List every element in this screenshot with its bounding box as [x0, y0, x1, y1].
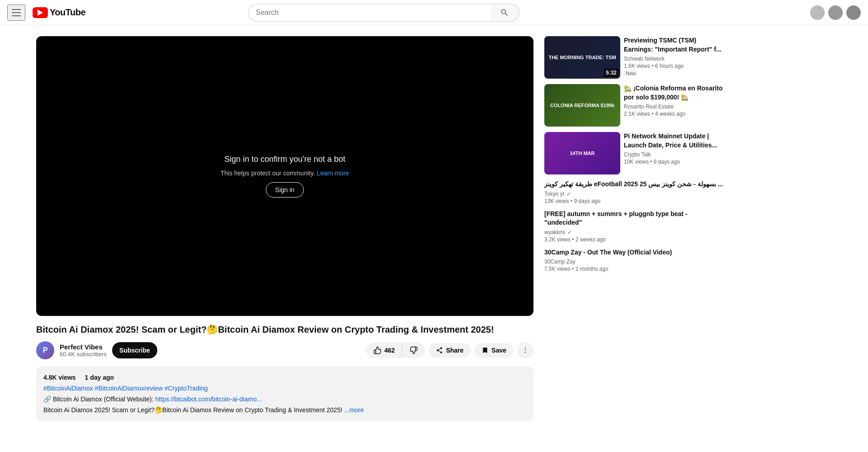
action-buttons: 462 Share Save: [366, 342, 533, 358]
like-dislike-group: 462: [366, 343, 425, 358]
dislike-button[interactable]: [402, 343, 425, 358]
svg-point-2: [525, 352, 526, 353]
share-label: Share: [446, 347, 463, 354]
share-button[interactable]: Share: [429, 343, 471, 358]
sidebar-info-30camp: 30Camp Zay - Out The Way (Official Video…: [544, 248, 725, 273]
sign-in-title: Sign in to confirm you're not a bot: [224, 155, 345, 164]
sidebar-channel-rosarito: Rosarito Real Estate: [624, 104, 725, 110]
search-form: [248, 4, 519, 22]
post-date: 1 day ago: [85, 374, 114, 381]
sidebar-meta-efootball: 13K views • 9 days ago: [544, 198, 725, 204]
header: YouTube: [0, 0, 868, 25]
verified-icon-autumn: ✓: [566, 229, 572, 235]
video-meta-row: P Perfect Vibes 60.4K subscribers Subscr…: [36, 341, 533, 359]
user-avatar-1[interactable]: [810, 5, 825, 20]
header-center: [221, 4, 547, 22]
desc-link-label: 🔗 Bitcoin Ai Diamox (Official Website):: [43, 396, 154, 403]
thumbs-up-icon: [373, 346, 382, 354]
sidebar-info-efootball: طريقة تهكير كوينز eFootball 2025 25 بسهو…: [544, 180, 725, 204]
learn-more-link[interactable]: Learn more: [317, 170, 349, 177]
search-input[interactable]: [248, 4, 491, 22]
sidebar-item-autumn[interactable]: [FREE] autumn + summrs + pluggnb type be…: [544, 210, 725, 243]
sidebar-thumb-tsmc: THE MORNING TRADE: TSM 5:32: [544, 36, 620, 79]
sign-in-desc: This helps protect our community. Learn …: [221, 170, 349, 177]
youtube-wordmark: YouTube: [50, 7, 85, 18]
video-title: Bitcoin Ai Diamox 2025! Scam or Legit?🤔B…: [36, 323, 533, 336]
sign-in-overlay: Sign in to confirm you're not a bot This…: [221, 155, 349, 198]
sidebar-item-30camp[interactable]: 30Camp Zay - Out The Way (Official Video…: [544, 248, 725, 273]
video-player[interactable]: Sign in to confirm you're not a bot This…: [36, 36, 533, 316]
sidebar-meta-tsmc: 1.6K views • 6 hours ago: [624, 63, 725, 69]
desc-stats: 4.8K views 1 day ago: [43, 374, 526, 381]
search-icon: [500, 8, 509, 17]
youtube-icon: [33, 7, 48, 18]
sidebar-channel-efootball: Tokyo yt ✓: [544, 191, 725, 197]
menu-button[interactable]: [7, 5, 25, 21]
more-options-button[interactable]: [517, 342, 533, 358]
sidebar-badge-tsmc: New: [624, 70, 637, 76]
sidebar-title-efootball: طريقة تهكير كوينز eFootball 2025 25 بسهو…: [544, 180, 725, 189]
sign-in-button[interactable]: Sign in: [266, 182, 304, 198]
header-right: [810, 5, 861, 20]
like-button[interactable]: 462: [366, 343, 402, 358]
desc-more[interactable]: ...more: [344, 406, 364, 414]
channel-info: P Perfect Vibes 60.4K subscribers Subscr…: [36, 341, 157, 359]
header-left: YouTube: [7, 5, 85, 21]
sidebar-channel-pi: Crypto Talk: [624, 151, 725, 158]
sidebar-item-tsmc[interactable]: THE MORNING TRADE: TSM 5:32 Previewing T…: [544, 36, 725, 79]
sidebar-item-pi[interactable]: 14TH MAR Pi Network Mainnet Update | Lau…: [544, 132, 725, 174]
sidebar-title-autumn: [FREE] autumn + summrs + pluggnb type be…: [544, 210, 725, 227]
view-count: 4.8K views: [43, 374, 76, 381]
desc-text: Bitcoin Ai Diamox 2025! Scam or Legit?🤔B…: [43, 406, 526, 414]
sidebar-thumb-pi: 14TH MAR: [544, 132, 620, 174]
sidebar-meta-pi: 10K views • 9 days ago: [624, 159, 725, 165]
video-column: Sign in to confirm you're not a bot This…: [36, 36, 533, 421]
sidebar-meta-30camp: 7.5K views • 2 months ago: [544, 266, 725, 272]
svg-point-0: [525, 348, 526, 348]
sidebar-channel-tsmc: Schwab Network: [624, 56, 725, 62]
sidebar-meta-autumn: 3.2K views • 2 weeks ago: [544, 236, 725, 243]
sidebar-title-rosarito: 🏡 ¡Colonia Reforma en Rosarito por solo …: [624, 84, 725, 102]
save-icon: [481, 347, 489, 354]
more-icon: [522, 347, 529, 354]
sidebar-item-efootball[interactable]: طريقة تهكير كوينز eFootball 2025 25 بسهو…: [544, 180, 725, 204]
channel-subs: 60.4K subscribers: [60, 351, 107, 358]
sidebar-info-rosarito: 🏡 ¡Colonia Reforma en Rosarito por solo …: [624, 84, 725, 127]
subscribe-button[interactable]: Subscribe: [112, 342, 157, 358]
desc-link[interactable]: https://btcaibot.com/bitcoin-ai-diamo...: [156, 396, 262, 403]
user-avatar-2[interactable]: [828, 5, 843, 20]
sidebar: THE MORNING TRADE: TSM 5:32 Previewing T…: [544, 36, 725, 421]
sidebar-info-pi: Pi Network Mainnet Update | Launch Date,…: [624, 132, 725, 174]
sidebar-info-autumn: [FREE] autumn + summrs + pluggnb type be…: [544, 210, 725, 243]
sidebar-title-tsmc: Previewing TSMC (TSM) Earnings: "Importa…: [624, 36, 725, 54]
sidebar-item-rosarito[interactable]: COLONIA REFORMA $199k 🏡 ¡Colonia Reforma…: [544, 84, 725, 127]
channel-details: Perfect Vibes 60.4K subscribers: [60, 343, 107, 358]
like-count: 462: [384, 347, 395, 354]
share-icon: [436, 347, 443, 354]
sidebar-channel-autumn: wyakkris ✓: [544, 229, 725, 235]
sidebar-channel-30camp: 30Camp Zay: [544, 259, 725, 265]
sidebar-title-30camp: 30Camp Zay - Out The Way (Official Video…: [544, 248, 725, 257]
sidebar-title-pi: Pi Network Mainnet Update | Launch Date,…: [624, 132, 725, 150]
description-box: 4.8K views 1 day ago #BitcoinAiDiamox #B…: [36, 367, 533, 421]
save-button[interactable]: Save: [474, 343, 514, 358]
channel-name: Perfect Vibes: [60, 343, 107, 351]
sidebar-thumb-rosarito: COLONIA REFORMA $199k: [544, 84, 620, 127]
user-avatar-3[interactable]: [846, 5, 861, 20]
sidebar-info-tsmc: Previewing TSMC (TSM) Earnings: "Importa…: [624, 36, 725, 79]
desc-link-row: 🔗 Bitcoin Ai Diamox (Official Website): …: [43, 396, 526, 403]
sidebar-duration-tsmc: 5:32: [604, 69, 618, 77]
search-button[interactable]: [491, 4, 519, 22]
thumbs-down-icon: [410, 346, 418, 354]
save-label: Save: [491, 347, 506, 354]
channel-avatar: P: [36, 341, 54, 359]
youtube-logo[interactable]: YouTube: [33, 7, 85, 18]
verified-icon: ✓: [565, 191, 571, 197]
main-layout: Sign in to confirm you're not a bot This…: [0, 25, 868, 421]
svg-point-1: [525, 350, 526, 351]
desc-hashtags: #BitcoinAiDiamox #BitcoinAiDiamoxreview …: [43, 385, 526, 392]
sidebar-meta-rosarito: 2.1K views • 4 weeks ago: [624, 111, 725, 117]
